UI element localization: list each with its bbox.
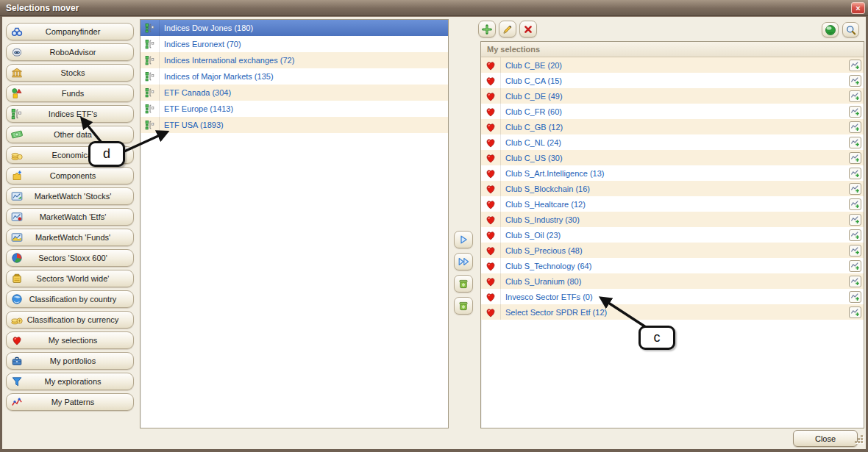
chart-add-icon [850,184,860,193]
selection-row[interactable]: Select Sector SPDR Etf (12) [481,304,864,320]
move-right-button[interactable] [454,231,473,248]
pattern-icon [11,396,23,408]
selection-row[interactable]: Club C_BE (20) [481,57,864,73]
sidebar-item-classification-by-currency[interactable]: Classification by currency [6,311,134,329]
chart-add-button[interactable] [849,75,861,87]
source-row[interactable]: Indices Euronext (70) [140,36,448,52]
selection-row[interactable]: Club S_Uranium (80) [481,273,864,289]
sidebar-item-components[interactable]: Components [6,167,134,184]
sidebar-item-my-portfolios[interactable]: My portfolios [6,352,134,370]
edit-selection-button[interactable] [499,21,516,37]
heart-icon [481,196,501,212]
chart-add-icon [850,199,860,209]
chart-add-button[interactable] [849,245,861,257]
annotation-box-c: c [638,326,675,350]
sidebar-item-sectors-world-wide[interactable]: Sectors 'World wide' [6,270,134,287]
chart-add-button[interactable] [849,276,861,287]
sidebar-item-classification-by-country[interactable]: Classification by country [6,290,134,308]
sidebar-item-roboadvisor[interactable]: RoboAdvisor [6,43,134,61]
chart-add-button[interactable] [849,106,861,118]
chart-add-button[interactable] [849,152,861,164]
delete-selection-button[interactable] [519,21,537,37]
globe-button[interactable] [822,22,839,37]
chart-add-icon [850,292,860,301]
sidebar-item-marketwatch-etfs[interactable]: MarketWatch 'Etfs' [6,208,134,226]
source-row[interactable]: Indices of Major Markets (135) [140,68,448,85]
chart-add-button[interactable] [849,306,861,318]
selection-row[interactable]: Club S_Technology (64) [481,258,864,273]
heart-icon [481,212,501,227]
heart-icon [481,57,501,73]
chart-add-button[interactable] [849,168,861,179]
selection-row[interactable]: Club S_Oil (23) [481,227,864,243]
puzzle-icon [11,170,23,182]
sidebar-item-my-explorations[interactable]: My explorations [6,373,134,390]
window-title: Selections mover [6,3,79,13]
banknote-icon [11,129,23,140]
my-selections-panel: My selections Club C_BE (20) Club C_CA (… [480,41,864,428]
chart-add-icon [850,91,860,101]
source-row[interactable]: ETF USA (1893) [140,117,448,133]
selection-row[interactable]: Club C_DE (49) [481,88,864,104]
selection-row[interactable]: Club S_Blockchain (16) [481,181,864,196]
chart-add-button[interactable] [849,214,861,226]
chart-add-button[interactable] [849,229,861,241]
sidebar-item-marketwatch-funds[interactable]: MarketWatch 'Funds' [6,229,134,246]
sidebar-item-indices-etfs[interactable]: Indices ETF's [6,105,134,123]
search-icon [845,24,857,36]
selection-row[interactable]: Club C_NL (24) [481,134,864,150]
sidebar-item-sectors-stoxx-600[interactable]: Sectors 'Stoxx 600' [6,249,134,267]
green-sphere-icon [825,24,836,36]
binoculars-icon [11,26,23,37]
chart-add-button[interactable] [849,291,861,303]
currency-coins-icon [11,314,23,326]
chart-add-icon [850,137,860,147]
delete-x-icon [522,24,534,35]
chart-add-button[interactable] [849,137,861,148]
move-all-to-trash-button[interactable] [454,297,473,315]
heart-icon [481,134,501,150]
selection-rows: Club C_BE (20) Club C_CA (15) Club C_DE … [481,57,864,320]
move-to-trash-button[interactable] [454,275,473,293]
index-list-icon [140,52,160,68]
chart-add-button[interactable] [849,198,861,210]
sidebar-item-funds[interactable]: Funds [6,85,134,102]
selection-row[interactable]: Club S_Healtcare (12) [481,196,864,212]
selection-row[interactable]: Club C_GB (12) [481,119,864,134]
chart-add-button[interactable] [849,260,861,272]
card-file-icon [11,273,23,284]
heart-icon [481,227,501,243]
selection-row[interactable]: Club S_Precious (48) [481,243,864,258]
selection-row[interactable]: Club S_Art.Intelligence (13) [481,165,864,181]
sidebar-item-stocks[interactable]: Stocks [6,64,134,82]
selection-row[interactable]: Club C_US (30) [481,150,864,165]
resize-grip[interactable] [854,434,864,448]
chart-add-button[interactable] [849,183,861,195]
index-list-icon [11,108,23,120]
heart-icon [481,243,501,258]
selection-row[interactable]: Club C_FR (60) [481,104,864,119]
dialog-body: Companyfinder RoboAdvisor Stocks Funds I… [2,16,866,449]
close-button[interactable]: Close [793,430,858,447]
source-row[interactable]: ETF Canada (304) [140,85,448,101]
search-button[interactable] [842,22,859,37]
source-row[interactable]: Indices Dow Jones (180) [140,20,448,36]
index-list-icon [140,85,160,101]
chart-add-button[interactable] [849,90,861,102]
move-all-right-button[interactable] [454,253,473,270]
sidebar-item-marketwatch-stocks[interactable]: MarketWatch 'Stocks' [6,187,134,205]
chart-add-button[interactable] [849,60,861,71]
source-row[interactable]: ETF Europe (1413) [140,101,448,117]
selection-row[interactable]: Invesco Sector ETFs (0) [481,289,864,304]
window-close-button[interactable]: × [851,2,865,14]
source-row[interactable]: Indices International exchanges (72) [140,52,448,68]
add-selection-button[interactable] [478,21,496,37]
selection-row[interactable]: Club S_Industry (30) [481,212,864,227]
sidebar-item-companyfinder[interactable]: Companyfinder [6,23,134,40]
sidebar-item-my-selections[interactable]: My selections [6,331,134,349]
selection-row[interactable]: Club C_CA (15) [481,73,864,88]
chart-add-button[interactable] [849,121,861,133]
edit-pencil-icon [502,24,513,35]
sidebar-item-my-patterns[interactable]: My Patterns [6,393,134,411]
double-arrow-right-icon [458,256,469,268]
